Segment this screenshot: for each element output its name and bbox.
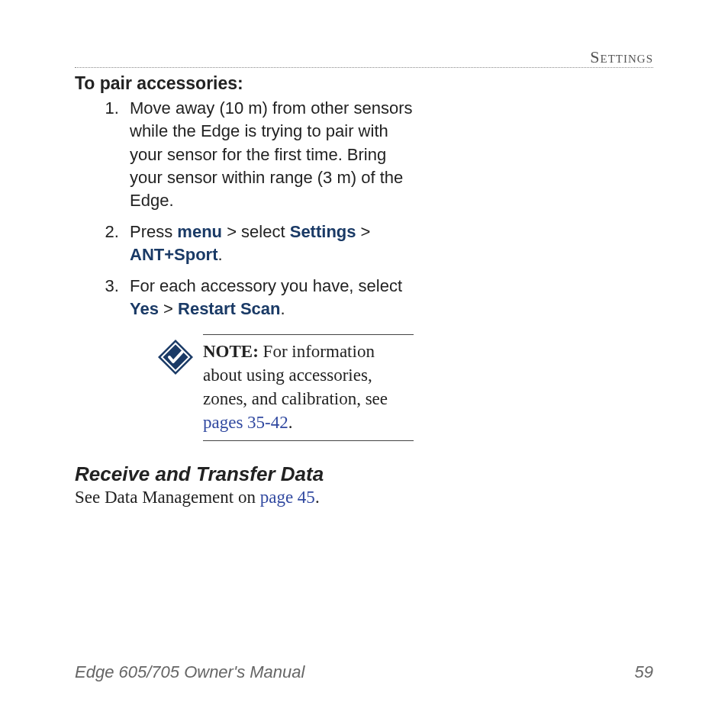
ui-yes: Yes xyxy=(130,299,159,318)
ui-restart-scan: Restart Scan xyxy=(178,299,281,318)
step3-mid: > xyxy=(159,299,178,318)
receive-suffix: . xyxy=(315,488,320,507)
receive-prefix: See Data Management on xyxy=(75,488,260,507)
content-area: To pair accessories: Move away (10 m) fr… xyxy=(75,73,653,652)
ui-settings: Settings xyxy=(290,222,356,241)
section-header: Settings xyxy=(590,47,653,67)
ui-menu: menu xyxy=(177,222,222,241)
step-2: Press menu > select Settings > ANT+Sport… xyxy=(124,221,414,267)
manual-page: Settings To pair accessories: Move away … xyxy=(0,0,728,728)
footer: Edge 605/705 Owner's Manual 59 xyxy=(75,662,653,682)
receive-line: See Data Management on page 45. xyxy=(75,488,653,507)
footer-manual-title: Edge 605/705 Owner's Manual xyxy=(75,662,304,682)
step-1: Move away (10 m) from other sensors whil… xyxy=(124,97,414,213)
pair-steps: Move away (10 m) from other sensors whil… xyxy=(75,97,414,321)
page-45-link[interactable]: page 45 xyxy=(260,488,315,507)
note-pages-link[interactable]: pages 35-42 xyxy=(203,413,288,432)
receive-heading: Receive and Transfer Data xyxy=(75,462,653,486)
note-label: NOTE: xyxy=(203,342,259,361)
step2-mid2: > xyxy=(356,222,371,241)
step2-prefix: Press xyxy=(130,222,177,241)
step3-suffix: . xyxy=(281,299,285,318)
note-suffix: . xyxy=(288,413,293,432)
note-text: NOTE: For information about using access… xyxy=(203,334,414,441)
step2-suffix: . xyxy=(218,245,223,264)
note-icon-wrap xyxy=(157,334,203,375)
ui-ant-sport: ANT+Sport xyxy=(130,245,218,264)
pair-title: To pair accessories: xyxy=(75,73,653,94)
footer-page-number: 59 xyxy=(635,662,653,682)
step2-mid1: > select xyxy=(222,222,290,241)
note-block: NOTE: For information about using access… xyxy=(157,334,414,441)
header-divider xyxy=(75,67,653,68)
step-3: For each accessory you have, select Yes … xyxy=(124,275,414,321)
step3-prefix: For each accessory you have, select xyxy=(130,276,402,295)
checkmark-diamond-icon xyxy=(157,339,194,375)
